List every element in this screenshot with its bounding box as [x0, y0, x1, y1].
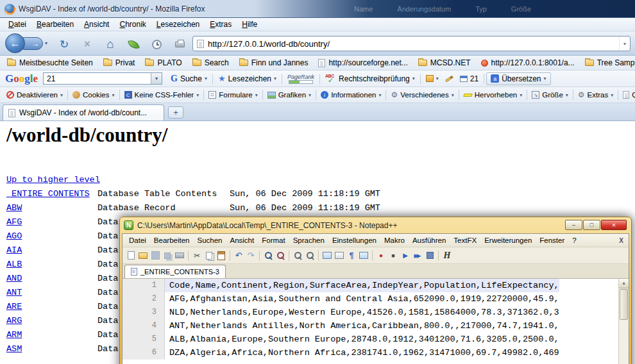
notepad-window[interactable]: C:\Users\Martin\AppData\Local\Temp\_ENTI…	[119, 217, 632, 364]
translate-button[interactable]: Übersetzen	[486, 72, 550, 85]
print-button[interactable]	[172, 37, 187, 52]
autofill-button[interactable]	[423, 74, 442, 83]
up-to-higher-level-link[interactable]: Up to higher level	[6, 175, 100, 185]
save-icon[interactable]	[149, 250, 161, 261]
back-button[interactable]	[5, 33, 25, 53]
pagerank-widget[interactable]: PageRank	[284, 74, 318, 84]
bookmark-mcsd[interactable]: MCSD.NET	[414, 57, 475, 69]
bookmark-plato[interactable]: PLATO	[140, 57, 186, 69]
bookmark-localhost-8001[interactable]: http://127.0.0.1:8001/a...	[477, 57, 579, 69]
menu-item-datei[interactable]: Datei	[125, 235, 150, 245]
spellcheck-button[interactable]: Rechtschreibprüfung	[322, 72, 418, 85]
menu-close-button[interactable]: X	[619, 237, 623, 244]
stop-button[interactable]	[80, 37, 95, 52]
webdev-resize-button[interactable]: Größe	[529, 90, 571, 100]
new-file-icon[interactable]	[125, 250, 137, 261]
notepad-titlebar[interactable]: C:\Users\Martin\AppData\Local\Temp\_ENTI…	[120, 217, 631, 233]
entry-link[interactable]: ANT	[6, 288, 97, 302]
reload-button[interactable]	[56, 37, 72, 52]
menu-item-datei[interactable]: Datei	[3, 19, 31, 30]
replace-icon[interactable]	[275, 250, 286, 261]
sync-scroll-icon[interactable]	[321, 250, 333, 261]
menu-item-fenster[interactable]: Fenster	[536, 235, 568, 245]
history-dropdown-icon[interactable]	[45, 40, 47, 46]
entry-link[interactable]: ARE	[6, 302, 97, 316]
run-macro-multiple-icon[interactable]	[412, 250, 423, 261]
search-dropdown-icon[interactable]	[151, 73, 162, 84]
entry-link[interactable]: AIA	[6, 245, 97, 260]
vertical-scrollbar[interactable]	[618, 279, 629, 364]
cut-icon[interactable]	[191, 250, 203, 261]
menu-item-bearbeiten[interactable]: Bearbeiten	[150, 235, 194, 245]
play-macro-icon[interactable]	[400, 250, 411, 261]
close-button[interactable]	[601, 220, 627, 230]
notepad-editor[interactable]: 1Code,Name,Continent,Region,SurfaceArea,…	[123, 279, 629, 364]
history-clock-button[interactable]	[149, 37, 164, 52]
webdev-source-button[interactable]: Quellte	[620, 90, 635, 100]
find-icon[interactable]	[262, 250, 274, 261]
entry-link[interactable]: ABW	[6, 203, 97, 217]
record-macro-icon[interactable]	[375, 250, 387, 261]
google-bookmarks-button[interactable]: Lesezeichen	[215, 72, 280, 85]
popup-blocker-button[interactable]: 21	[457, 73, 482, 85]
google-search-value[interactable]: 21	[44, 74, 151, 83]
bookmark-privat[interactable]: Privat	[99, 57, 140, 69]
menu-item-hilfe[interactable]: Hilfe	[237, 19, 262, 30]
menu-item-chronik[interactable]: Chronik	[114, 19, 151, 30]
firefox-titlebar[interactable]: WsgiDAV - Index of /world-db/country/ - …	[0, 0, 635, 18]
extension-leaf-button[interactable]	[126, 37, 141, 52]
entry-link[interactable]: AND	[6, 274, 97, 288]
url-bar[interactable]: http://127.0.0.1/world-db/country/	[192, 36, 631, 51]
menu-item-bearbeiten[interactable]: Bearbeiten	[31, 19, 79, 30]
tab-entire-contents[interactable]: _ENTIRE_CONTENTS-3	[124, 265, 226, 278]
webdev-miscellaneous-button[interactable]: Verschiedenes	[388, 89, 456, 101]
bookmark-sourceforge[interactable]: http://sourceforge.net...	[314, 57, 412, 69]
webdev-cookies-button[interactable]: Cookies	[70, 90, 117, 100]
show-symbols-icon[interactable]	[346, 250, 357, 261]
menu-item-ansicht[interactable]: Ansicht	[79, 19, 114, 30]
print-icon[interactable]	[174, 250, 185, 261]
menu-item-einstellungen[interactable]: Einstellungen	[328, 235, 380, 245]
webdev-forms-button[interactable]: Formulare	[206, 90, 260, 100]
google-search-box[interactable]: 21	[43, 72, 162, 85]
scrollbar-thumb[interactable]	[620, 289, 628, 320]
menu-item-extras[interactable]: Extras	[205, 19, 237, 30]
menu-item-textfx[interactable]: TextFX	[450, 235, 480, 245]
webdev-tools-button[interactable]: Extras	[575, 89, 616, 101]
bookmark-tree-samples[interactable]: Tree Samples	[580, 57, 635, 69]
forward-button[interactable]	[23, 37, 43, 50]
entry-link[interactable]: AFG	[6, 217, 97, 231]
function-help-icon[interactable]	[441, 250, 453, 261]
entry-link[interactable]: AGO	[6, 231, 97, 245]
save-all-icon[interactable]	[162, 250, 173, 261]
entry-link[interactable]: ASM	[6, 344, 97, 358]
webdev-disable-button[interactable]: Deaktivieren	[4, 90, 65, 100]
scroll-up-icon[interactable]	[619, 279, 629, 288]
webdev-css-button[interactable]: Keine CSS-Fehler	[122, 90, 202, 100]
webdev-information-button[interactable]: Informationen	[318, 90, 384, 100]
save-macro-icon[interactable]	[424, 250, 436, 261]
entry-link[interactable]: ARM	[6, 330, 97, 344]
open-file-icon[interactable]	[137, 250, 149, 261]
webdev-images-button[interactable]: Grafiken	[265, 90, 314, 100]
minimize-button[interactable]	[565, 220, 582, 230]
entry-link[interactable]: ENTIRE CONTENTS	[6, 189, 97, 203]
bookmark-search[interactable]: Search	[188, 57, 233, 69]
tab-wsgidav[interactable]: WsgiDAV - Index of /world-db/count...	[3, 104, 164, 120]
entry-link[interactable]: ARG	[6, 316, 97, 330]
home-button[interactable]	[103, 37, 118, 52]
menu-item-makro[interactable]: Makro	[380, 235, 409, 245]
menu-item-sprachen[interactable]: Sprachen	[289, 235, 328, 245]
paste-icon[interactable]	[216, 250, 227, 261]
url-text[interactable]: http://127.0.0.1/world-db/country/	[208, 39, 619, 49]
menu-item-ansicht[interactable]: Ansicht	[226, 235, 258, 245]
google-search-button[interactable]: Suche	[167, 72, 210, 85]
webdev-outline-button[interactable]: Hervorheben	[461, 90, 525, 100]
maximize-button[interactable]	[583, 220, 600, 230]
stop-macro-icon[interactable]	[387, 250, 399, 261]
highlighter-button[interactable]	[442, 76, 457, 81]
zoom-out-icon[interactable]	[304, 250, 316, 261]
new-tab-button[interactable]: +	[168, 106, 183, 119]
bookmark-most-visited[interactable]: Meistbesuchte Seiten	[3, 57, 97, 69]
menu-item-lesezeichen[interactable]: Lesezeichen	[151, 19, 205, 30]
